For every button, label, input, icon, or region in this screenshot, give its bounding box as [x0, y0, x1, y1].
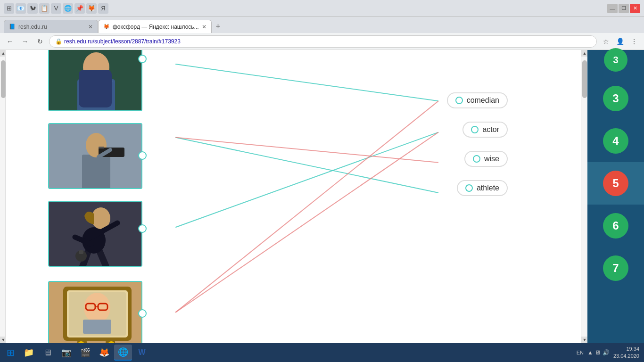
toolbar-app-icons: ⊞ 📧 🐿 📋 V 🌐 📌 🦊 Я [4, 3, 108, 14]
svg-point-14 [99, 86, 102, 89]
word-comedian-text: comedian [467, 96, 499, 105]
scroll-up-arrow-right[interactable]: ▲ [581, 50, 588, 57]
svg-line-3 [175, 138, 438, 163]
app-icon-1[interactable]: ⊞ [4, 3, 14, 14]
app-icon-2[interactable]: 📧 [16, 3, 26, 14]
clock-date: 23.04.2020 [613, 353, 639, 360]
bookmark-button[interactable]: ☆ [600, 35, 612, 48]
tray-clock[interactable]: 19:34 23.04.2020 [613, 346, 639, 360]
taskbar-item-4[interactable]: 🎬 [76, 345, 94, 361]
svg-line-0 [175, 64, 438, 101]
exercise-area: comedian actor wise athlete [6, 50, 581, 343]
app-icon-9[interactable]: Я [98, 3, 108, 14]
forward-button[interactable]: → [19, 35, 31, 48]
app-icon-6[interactable]: 🌐 [63, 3, 73, 14]
badge-6: 6 [603, 213, 628, 239]
taskbar-tray: EN ▲ 🖥 🔊 [574, 349, 612, 356]
address-input[interactable]: 🔒 resh.edu.ru/subject/lesson/2887/train/… [49, 35, 597, 48]
tab-1-close[interactable]: ✕ [88, 24, 93, 30]
image-1[interactable] [48, 50, 142, 111]
clock-time: 19:34 [626, 346, 639, 353]
taskbar-item-7[interactable]: W [133, 345, 151, 361]
minimize-button[interactable]: — [607, 4, 618, 13]
word-wise-dot [473, 155, 480, 163]
svg-rect-10 [80, 80, 113, 82]
scroll-track [0, 57, 5, 337]
image-3-container [48, 201, 142, 267]
app-icon-3[interactable]: 🐿 [27, 3, 38, 14]
close-button[interactable]: ✕ [630, 4, 640, 13]
svg-line-5 [175, 101, 438, 312]
tab-1-favicon: 📘 [9, 24, 16, 30]
image-2-container [48, 123, 142, 189]
word-athlete-text: athlete [477, 184, 499, 192]
word-actor-dot [471, 126, 479, 133]
svg-point-9 [86, 72, 107, 86]
image-1-visual [49, 50, 141, 110]
svg-rect-40 [83, 320, 111, 334]
new-tab-button[interactable]: + [212, 20, 225, 33]
right-panel: 3 3 4 5 6 7 [587, 50, 644, 343]
tab-1[interactable]: 📘 resh.edu.ru ✕ [4, 20, 98, 33]
taskbar-item-5[interactable]: 🦊 [95, 345, 113, 361]
menu-button[interactable]: ⋮ [628, 35, 640, 48]
window-controls: — ☐ ✕ [607, 4, 640, 13]
word-comedian[interactable]: comedian [447, 92, 508, 108]
taskbar: ⊞ 📁 🖥 📷 🎬 🦊 🌐 W EN ▲ 🖥 🔊 19:34 23.04.202… [0, 343, 644, 362]
scroll-thumb[interactable] [1, 60, 6, 98]
image-1-dot[interactable] [138, 55, 147, 63]
address-bar: ← → ↻ 🔒 resh.edu.ru/subject/lesson/2887/… [0, 33, 644, 50]
image-4-container [48, 281, 142, 343]
tab-2[interactable]: 🦊 фоксфорд — Яндекс: нашлось... ✕ [98, 20, 212, 33]
scroll-thumb-right[interactable] [582, 60, 587, 98]
panel-section-7: 7 [587, 247, 644, 289]
tab-2-close[interactable]: ✕ [202, 24, 206, 30]
svg-line-4 [175, 132, 438, 313]
taskbar-item-3[interactable]: 📷 [58, 345, 75, 361]
lock-icon: 🔒 [55, 38, 62, 45]
svg-point-15 [104, 87, 107, 90]
image-4-dot[interactable] [138, 309, 147, 318]
tab-2-favicon: 🦊 [103, 24, 110, 30]
image-3[interactable] [48, 201, 142, 267]
right-scrollbar[interactable]: ▲ ▼ [581, 50, 587, 343]
word-actor[interactable]: actor [462, 122, 508, 138]
word-athlete[interactable]: athlete [457, 180, 508, 196]
word-wise[interactable]: wise [464, 151, 508, 167]
badge-7: 7 [603, 255, 628, 281]
svg-rect-17 [82, 155, 110, 188]
profile-button[interactable]: 👤 [614, 35, 626, 48]
app-icon-7[interactable]: 📌 [74, 3, 85, 14]
reload-button[interactable]: ↻ [34, 35, 46, 48]
scroll-down-arrow-right[interactable]: ▼ [581, 337, 588, 343]
tab-2-title: фоксфорд — Яндекс: нашлось... [113, 24, 199, 30]
tab-bar: 📘 resh.edu.ru ✕ 🦊 фоксфорд — Яндекс: наш… [0, 17, 644, 33]
svg-point-11 [85, 87, 88, 90]
app-icon-8[interactable]: 🦊 [86, 3, 97, 14]
image-2-dot[interactable] [138, 151, 147, 160]
title-bar: ⊞ 📧 🐿 📋 V 🌐 📌 🦊 Я — ☐ ✕ [0, 0, 644, 17]
taskbar-item-2[interactable]: 🖥 [39, 345, 57, 361]
tray-icon-2: 🖥 [595, 349, 601, 356]
left-scrollbar[interactable]: ▲ ▼ [0, 50, 6, 343]
app-icon-5[interactable]: V [51, 3, 61, 14]
tray-lang[interactable]: EN [577, 350, 584, 355]
svg-point-13 [95, 85, 98, 88]
svg-rect-30 [79, 250, 83, 254]
svg-rect-7 [77, 79, 115, 110]
image-3-dot[interactable] [138, 224, 147, 233]
tray-icon-3: 🔊 [603, 349, 610, 356]
badge-top-partial: 3 [604, 48, 627, 72]
svg-point-12 [90, 86, 93, 89]
svg-point-8 [83, 52, 109, 82]
maximize-button[interactable]: ☐ [619, 4, 629, 13]
app-icon-4[interactable]: 📋 [39, 3, 50, 14]
start-button[interactable]: ⊞ [2, 344, 19, 361]
image-4[interactable] [48, 281, 142, 343]
taskbar-item-6[interactable]: 🌐 [114, 345, 132, 361]
image-2[interactable] [48, 123, 142, 189]
svg-point-35 [84, 293, 110, 323]
back-button[interactable]: ← [4, 35, 16, 48]
panel-section-4: 4 [587, 120, 644, 162]
taskbar-item-1[interactable]: 📁 [20, 345, 38, 361]
